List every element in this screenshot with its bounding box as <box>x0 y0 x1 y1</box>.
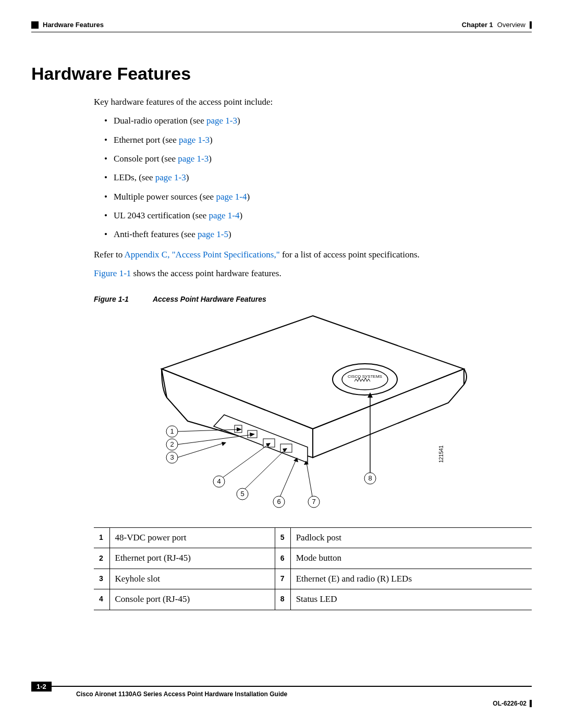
page-link[interactable]: page 1-3 <box>155 172 186 182</box>
page-footer: 1-2 Cisco Aironet 1130AG Series Access P… <box>31 682 532 707</box>
svg-text:2: 2 <box>170 440 174 448</box>
svg-text:4: 4 <box>217 477 221 485</box>
list-item: LEDs, (see page 1-3) <box>104 171 532 184</box>
legend-table: 1 48-VDC power port 5 Padlock post 2 Eth… <box>94 527 532 610</box>
section-heading: Hardware Features <box>31 64 532 84</box>
svg-text:5: 5 <box>240 490 244 498</box>
svg-line-18 <box>222 444 269 478</box>
doc-id: OL-6226-02 <box>493 700 527 707</box>
page-link[interactable]: page 1-3 <box>206 116 237 126</box>
hardware-diagram: CISCO SYSTEMS <box>94 312 532 515</box>
figure-caption: Figure 1-1Access Point Hardware Features <box>94 294 532 305</box>
page-link[interactable]: page 1-4 <box>216 192 247 202</box>
page-number: 1-2 <box>31 682 52 692</box>
table-row: 4 Console port (RJ-45) 8 Status LED <box>94 589 532 610</box>
intro-text: Key hardware features of the access poin… <box>94 95 532 109</box>
svg-text:7: 7 <box>312 498 315 505</box>
list-item: Anti-theft features (see page 1-5) <box>104 228 532 241</box>
page-link[interactable]: page 1-3 <box>178 154 209 164</box>
svg-text:6: 6 <box>277 498 280 505</box>
guide-title: Cisco Aironet 1130AG Series Access Point… <box>68 690 532 698</box>
figure-ref-text: Figure 1-1 shows the access point hardwa… <box>94 267 532 280</box>
header-marker-icon <box>31 21 39 29</box>
list-item: Multiple power sources (see page 1-4) <box>104 190 532 204</box>
svg-line-22 <box>279 460 296 499</box>
chapter-label: Chapter 1 <box>462 21 493 29</box>
brand-text: CISCO SYSTEMS <box>348 374 382 379</box>
appendix-link[interactable]: Appendix C, "Access Point Specifications… <box>125 250 280 260</box>
header-bar-icon <box>530 21 532 29</box>
svg-line-14 <box>177 435 253 445</box>
svg-line-20 <box>242 449 286 491</box>
svg-text:8: 8 <box>368 474 372 482</box>
page-link[interactable]: page 1-5 <box>198 229 228 239</box>
page-header: Hardware Features Chapter 1 Overview <box>31 21 532 29</box>
page-link[interactable]: page 1-3 <box>179 135 210 145</box>
refer-text: Refer to Appendix C, "Access Point Speci… <box>94 248 532 262</box>
svg-line-16 <box>177 443 224 458</box>
svg-rect-9 <box>280 444 292 452</box>
footer-bar-icon <box>530 700 532 707</box>
svg-marker-17 <box>222 442 226 446</box>
chapter-title: Overview <box>497 21 525 29</box>
list-item: Ethernet port (see page 1-3) <box>104 133 532 147</box>
page-link[interactable]: page 1-4 <box>209 211 240 220</box>
list-item: Console port (see page 1-3) <box>104 152 532 166</box>
breadcrumb: Hardware Features <box>43 21 104 29</box>
table-row: 3 Keyhole slot 7 Ethernet (E) and radio … <box>94 569 532 589</box>
figure-link[interactable]: Figure 1-1 <box>94 268 131 278</box>
svg-rect-8 <box>263 439 275 447</box>
table-row: 1 48-VDC power port 5 Padlock post <box>94 528 532 548</box>
feature-list: Dual-radio operation (see page 1-3) Ethe… <box>104 114 532 241</box>
svg-line-24 <box>307 463 313 499</box>
header-rule <box>31 32 532 32</box>
svg-text:1: 1 <box>170 427 174 435</box>
list-item: Dual-radio operation (see page 1-3) <box>104 114 532 128</box>
table-row: 2 Ethernet port (RJ-45) 6 Mode button <box>94 548 532 569</box>
access-point-illustration-icon: CISCO SYSTEMS <box>146 312 480 515</box>
diagram-id: 121541 <box>438 445 444 463</box>
svg-text:3: 3 <box>170 453 174 461</box>
list-item: UL 2043 certification (see page 1-4) <box>104 209 532 223</box>
